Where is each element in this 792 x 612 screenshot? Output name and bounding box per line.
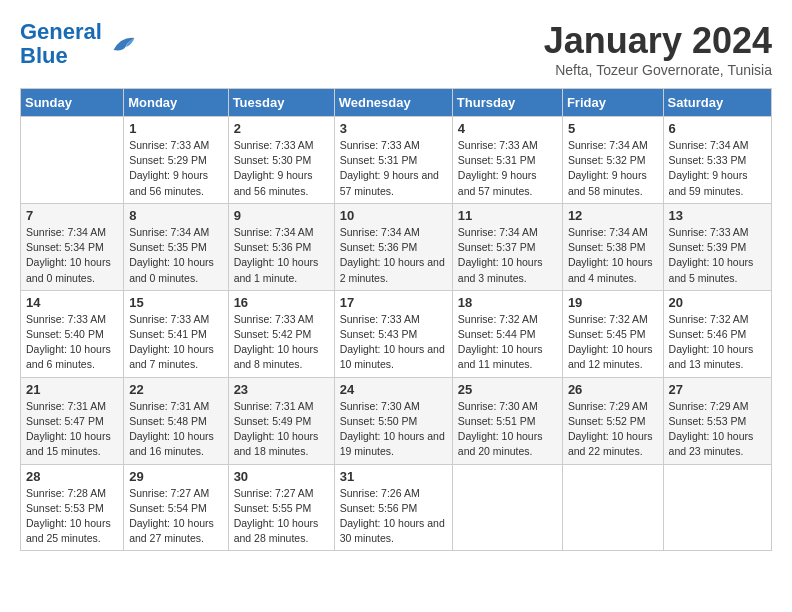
logo-icon — [106, 29, 136, 59]
day-info: Sunrise: 7:33 AMSunset: 5:39 PMDaylight:… — [669, 225, 766, 286]
day-number: 8 — [129, 208, 222, 223]
calendar-cell: 27Sunrise: 7:29 AMSunset: 5:53 PMDayligh… — [663, 377, 771, 464]
day-info: Sunrise: 7:26 AMSunset: 5:56 PMDaylight:… — [340, 486, 447, 547]
day-info: Sunrise: 7:33 AMSunset: 5:40 PMDaylight:… — [26, 312, 118, 373]
calendar-cell: 7Sunrise: 7:34 AMSunset: 5:34 PMDaylight… — [21, 203, 124, 290]
day-number: 9 — [234, 208, 329, 223]
day-info: Sunrise: 7:32 AMSunset: 5:46 PMDaylight:… — [669, 312, 766, 373]
calendar-cell: 24Sunrise: 7:30 AMSunset: 5:50 PMDayligh… — [334, 377, 452, 464]
calendar-cell: 6Sunrise: 7:34 AMSunset: 5:33 PMDaylight… — [663, 117, 771, 204]
day-info: Sunrise: 7:34 AMSunset: 5:33 PMDaylight:… — [669, 138, 766, 199]
weekday-header: Sunday — [21, 89, 124, 117]
day-info: Sunrise: 7:33 AMSunset: 5:30 PMDaylight:… — [234, 138, 329, 199]
calendar-week-row: 1Sunrise: 7:33 AMSunset: 5:29 PMDaylight… — [21, 117, 772, 204]
calendar-cell: 1Sunrise: 7:33 AMSunset: 5:29 PMDaylight… — [124, 117, 228, 204]
page-header: GeneralBlue January 2024 Nefta, Tozeur G… — [20, 20, 772, 78]
calendar-cell: 29Sunrise: 7:27 AMSunset: 5:54 PMDayligh… — [124, 464, 228, 551]
day-number: 26 — [568, 382, 658, 397]
day-number: 27 — [669, 382, 766, 397]
calendar-cell: 13Sunrise: 7:33 AMSunset: 5:39 PMDayligh… — [663, 203, 771, 290]
weekday-header-row: SundayMondayTuesdayWednesdayThursdayFrid… — [21, 89, 772, 117]
day-info: Sunrise: 7:33 AMSunset: 5:31 PMDaylight:… — [458, 138, 557, 199]
title-block: January 2024 Nefta, Tozeur Governorate, … — [544, 20, 772, 78]
day-number: 15 — [129, 295, 222, 310]
logo: GeneralBlue — [20, 20, 136, 68]
calendar-cell — [452, 464, 562, 551]
calendar-cell: 20Sunrise: 7:32 AMSunset: 5:46 PMDayligh… — [663, 290, 771, 377]
calendar-cell: 26Sunrise: 7:29 AMSunset: 5:52 PMDayligh… — [562, 377, 663, 464]
calendar-cell: 14Sunrise: 7:33 AMSunset: 5:40 PMDayligh… — [21, 290, 124, 377]
day-number: 6 — [669, 121, 766, 136]
day-info: Sunrise: 7:29 AMSunset: 5:53 PMDaylight:… — [669, 399, 766, 460]
calendar-cell: 19Sunrise: 7:32 AMSunset: 5:45 PMDayligh… — [562, 290, 663, 377]
calendar-week-row: 7Sunrise: 7:34 AMSunset: 5:34 PMDaylight… — [21, 203, 772, 290]
location-subtitle: Nefta, Tozeur Governorate, Tunisia — [544, 62, 772, 78]
day-number: 28 — [26, 469, 118, 484]
calendar-cell — [663, 464, 771, 551]
day-number: 20 — [669, 295, 766, 310]
day-number: 1 — [129, 121, 222, 136]
calendar-cell: 31Sunrise: 7:26 AMSunset: 5:56 PMDayligh… — [334, 464, 452, 551]
day-number: 21 — [26, 382, 118, 397]
day-info: Sunrise: 7:34 AMSunset: 5:38 PMDaylight:… — [568, 225, 658, 286]
calendar-cell: 3Sunrise: 7:33 AMSunset: 5:31 PMDaylight… — [334, 117, 452, 204]
day-number: 5 — [568, 121, 658, 136]
day-info: Sunrise: 7:34 AMSunset: 5:35 PMDaylight:… — [129, 225, 222, 286]
day-info: Sunrise: 7:32 AMSunset: 5:44 PMDaylight:… — [458, 312, 557, 373]
calendar-cell: 30Sunrise: 7:27 AMSunset: 5:55 PMDayligh… — [228, 464, 334, 551]
day-info: Sunrise: 7:27 AMSunset: 5:55 PMDaylight:… — [234, 486, 329, 547]
calendar-cell: 18Sunrise: 7:32 AMSunset: 5:44 PMDayligh… — [452, 290, 562, 377]
calendar-cell: 2Sunrise: 7:33 AMSunset: 5:30 PMDaylight… — [228, 117, 334, 204]
calendar-table: SundayMondayTuesdayWednesdayThursdayFrid… — [20, 88, 772, 551]
day-info: Sunrise: 7:31 AMSunset: 5:49 PMDaylight:… — [234, 399, 329, 460]
day-number: 24 — [340, 382, 447, 397]
day-info: Sunrise: 7:29 AMSunset: 5:52 PMDaylight:… — [568, 399, 658, 460]
weekday-header: Saturday — [663, 89, 771, 117]
day-number: 16 — [234, 295, 329, 310]
day-info: Sunrise: 7:33 AMSunset: 5:29 PMDaylight:… — [129, 138, 222, 199]
day-info: Sunrise: 7:34 AMSunset: 5:37 PMDaylight:… — [458, 225, 557, 286]
calendar-cell: 23Sunrise: 7:31 AMSunset: 5:49 PMDayligh… — [228, 377, 334, 464]
day-number: 2 — [234, 121, 329, 136]
day-number: 4 — [458, 121, 557, 136]
calendar-cell: 9Sunrise: 7:34 AMSunset: 5:36 PMDaylight… — [228, 203, 334, 290]
day-number: 10 — [340, 208, 447, 223]
day-number: 7 — [26, 208, 118, 223]
day-info: Sunrise: 7:34 AMSunset: 5:34 PMDaylight:… — [26, 225, 118, 286]
calendar-cell: 5Sunrise: 7:34 AMSunset: 5:32 PMDaylight… — [562, 117, 663, 204]
day-number: 11 — [458, 208, 557, 223]
calendar-cell: 17Sunrise: 7:33 AMSunset: 5:43 PMDayligh… — [334, 290, 452, 377]
day-info: Sunrise: 7:32 AMSunset: 5:45 PMDaylight:… — [568, 312, 658, 373]
calendar-cell: 25Sunrise: 7:30 AMSunset: 5:51 PMDayligh… — [452, 377, 562, 464]
weekday-header: Tuesday — [228, 89, 334, 117]
day-info: Sunrise: 7:33 AMSunset: 5:41 PMDaylight:… — [129, 312, 222, 373]
calendar-cell: 28Sunrise: 7:28 AMSunset: 5:53 PMDayligh… — [21, 464, 124, 551]
day-info: Sunrise: 7:27 AMSunset: 5:54 PMDaylight:… — [129, 486, 222, 547]
day-info: Sunrise: 7:34 AMSunset: 5:36 PMDaylight:… — [234, 225, 329, 286]
weekday-header: Thursday — [452, 89, 562, 117]
calendar-cell: 16Sunrise: 7:33 AMSunset: 5:42 PMDayligh… — [228, 290, 334, 377]
day-number: 19 — [568, 295, 658, 310]
day-number: 3 — [340, 121, 447, 136]
day-number: 14 — [26, 295, 118, 310]
calendar-cell: 10Sunrise: 7:34 AMSunset: 5:36 PMDayligh… — [334, 203, 452, 290]
weekday-header: Friday — [562, 89, 663, 117]
calendar-cell: 4Sunrise: 7:33 AMSunset: 5:31 PMDaylight… — [452, 117, 562, 204]
day-number: 22 — [129, 382, 222, 397]
day-info: Sunrise: 7:31 AMSunset: 5:48 PMDaylight:… — [129, 399, 222, 460]
day-info: Sunrise: 7:30 AMSunset: 5:50 PMDaylight:… — [340, 399, 447, 460]
calendar-cell — [562, 464, 663, 551]
day-number: 23 — [234, 382, 329, 397]
calendar-cell: 22Sunrise: 7:31 AMSunset: 5:48 PMDayligh… — [124, 377, 228, 464]
day-number: 12 — [568, 208, 658, 223]
weekday-header: Wednesday — [334, 89, 452, 117]
calendar-cell: 12Sunrise: 7:34 AMSunset: 5:38 PMDayligh… — [562, 203, 663, 290]
day-number: 18 — [458, 295, 557, 310]
calendar-cell — [21, 117, 124, 204]
day-info: Sunrise: 7:33 AMSunset: 5:31 PMDaylight:… — [340, 138, 447, 199]
calendar-week-row: 28Sunrise: 7:28 AMSunset: 5:53 PMDayligh… — [21, 464, 772, 551]
calendar-cell: 21Sunrise: 7:31 AMSunset: 5:47 PMDayligh… — [21, 377, 124, 464]
calendar-week-row: 14Sunrise: 7:33 AMSunset: 5:40 PMDayligh… — [21, 290, 772, 377]
calendar-cell: 11Sunrise: 7:34 AMSunset: 5:37 PMDayligh… — [452, 203, 562, 290]
day-info: Sunrise: 7:34 AMSunset: 5:32 PMDaylight:… — [568, 138, 658, 199]
